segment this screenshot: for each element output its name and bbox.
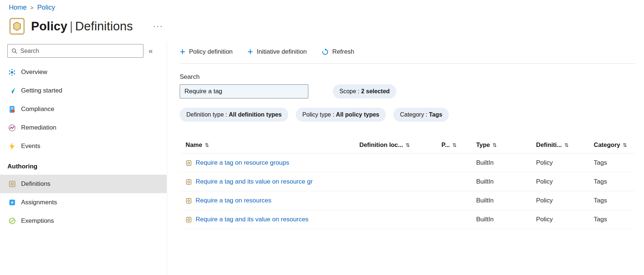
sidebar-item-label: Definitions [21, 180, 50, 188]
sort-icon: ⇅ [492, 142, 497, 148]
definitions-table: Name⇅ Definition loc...⇅ P...⇅ Type⇅ Def… [180, 137, 635, 229]
definition-link[interactable]: Require a tag and its value on resource … [196, 178, 313, 185]
category-cell: Tags [588, 178, 635, 185]
assignments-icon [8, 199, 16, 207]
filter-row-2: Definition type : All definition types P… [180, 108, 635, 122]
policy-definitions-page: Home > Policy Policy|Definitions ··· [0, 0, 644, 275]
table-row[interactable]: Require a tag on resource groups BuiltIn… [180, 154, 635, 172]
column-header-definition-location[interactable]: Definition loc...⇅ [353, 141, 435, 148]
column-header-definition[interactable]: Definiti...⇅ [530, 141, 588, 148]
scope-filter-pill[interactable]: Scope : 2 selected [333, 84, 396, 98]
sidebar-item-label: Remediation [21, 124, 56, 131]
name-cell: Require a tag and its value on resource … [180, 178, 353, 185]
more-options-button[interactable]: ··· [150, 21, 165, 32]
search-icon [11, 48, 17, 54]
column-header-category[interactable]: Category⇅ [588, 141, 635, 148]
sort-icon: ⇅ [623, 142, 627, 148]
command-bar-divider [180, 63, 635, 64]
table-row[interactable]: Require a tag and its value on resource … [180, 172, 635, 191]
search-filter-label: Search [180, 73, 635, 81]
sidebar-item-label: Compliance [21, 105, 54, 113]
table-header-row: Name⇅ Definition loc...⇅ P...⇅ Type⇅ Def… [180, 137, 635, 154]
policy-definition-button[interactable]: + Policy definition [180, 48, 233, 56]
sidebar-item-compliance[interactable]: Compliance [0, 100, 167, 118]
compliance-icon [8, 105, 16, 113]
sort-icon: ⇅ [406, 142, 410, 148]
category-cell: Tags [588, 159, 635, 167]
table-row[interactable]: Require a tag on resources BuiltIn Polic… [180, 191, 635, 210]
type-cell: BuiltIn [470, 216, 530, 223]
name-cell: Require a tag on resource groups [180, 159, 353, 167]
command-bar: + Policy definition + Initiative definit… [180, 43, 635, 60]
column-header-policies[interactable]: P...⇅ [435, 141, 470, 148]
title-row: Policy|Definitions ··· [9, 17, 644, 35]
category-filter-pill[interactable]: Category : Tags [393, 108, 449, 122]
definition-cell: Policy [530, 178, 588, 185]
policy-type-filter-pill[interactable]: Policy type : All policy types [296, 108, 386, 122]
breadcrumb-policy-link[interactable]: Policy [37, 4, 55, 11]
page-title: Policy|Definitions [31, 19, 133, 33]
main-panel: + Policy definition + Initiative definit… [167, 42, 644, 275]
sidebar-searchbox[interactable] [7, 44, 143, 58]
breadcrumb-separator: > [30, 4, 34, 11]
sidebar-item-overview[interactable]: Overview [0, 63, 167, 81]
sidebar-item-events[interactable]: Events [0, 137, 167, 155]
type-cell: BuiltIn [470, 178, 530, 185]
sidebar-item-label: Overview [21, 68, 47, 76]
getting-started-icon [8, 87, 16, 95]
events-icon [8, 142, 16, 150]
column-header-type[interactable]: Type⇅ [470, 141, 530, 148]
sidebar-nav: Overview Getting started [0, 63, 167, 230]
category-cell: Tags [588, 197, 635, 204]
content: « Overview [0, 42, 644, 275]
initiative-definition-button[interactable]: + Initiative definition [247, 48, 306, 56]
exemptions-icon [8, 217, 16, 225]
table-row[interactable]: Require a tag and its value on resources… [180, 210, 635, 229]
policy-page-icon [9, 17, 25, 35]
breadcrumb: Home > Policy [9, 4, 644, 11]
definition-cell: Policy [530, 216, 588, 223]
type-cell: BuiltIn [470, 197, 530, 204]
add-icon: + [247, 47, 253, 56]
filter-area: Search Scope : 2 selected Definition typ… [180, 73, 635, 122]
sidebar-item-remediation[interactable]: Remediation [0, 118, 167, 137]
sidebar-item-label: Getting started [21, 87, 62, 94]
definitions-icon [8, 180, 16, 188]
sidebar-item-label: Assignments [21, 199, 57, 206]
sidebar-search-input[interactable] [20, 48, 139, 54]
name-cell: Require a tag and its value on resources [180, 216, 353, 223]
refresh-button[interactable]: Refresh [322, 48, 355, 56]
sidebar-item-exemptions[interactable]: Exemptions [0, 212, 167, 230]
sidebar-item-getting-started[interactable]: Getting started [0, 81, 167, 100]
overview-icon [8, 68, 16, 76]
definition-type-filter-pill[interactable]: Definition type : All definition types [180, 108, 288, 122]
policy-row-icon [186, 179, 192, 185]
sidebar-item-assignments[interactable]: Assignments [0, 193, 167, 212]
sort-icon: ⇅ [205, 142, 209, 148]
policy-row-icon [186, 217, 192, 223]
remediation-icon [8, 124, 16, 132]
sidebar-item-label: Exemptions [21, 217, 54, 225]
policy-row-icon [186, 160, 192, 166]
definition-link[interactable]: Require a tag and its value on resources [196, 216, 308, 223]
sort-icon: ⇅ [565, 142, 569, 148]
page-header: Home > Policy Policy|Definitions ··· [0, 0, 644, 35]
column-header-name[interactable]: Name⇅ [180, 141, 353, 148]
add-icon: + [180, 47, 185, 56]
refresh-icon [322, 48, 329, 56]
breadcrumb-home-link[interactable]: Home [9, 4, 27, 11]
definition-link[interactable]: Require a tag on resources [196, 197, 271, 204]
definition-cell: Policy [530, 197, 588, 204]
sidebar-item-definitions[interactable]: Definitions [0, 175, 167, 193]
filter-row-1: Scope : 2 selected [180, 84, 635, 98]
sidebar-item-label: Events [21, 142, 40, 150]
sidebar-collapse-button[interactable]: « [149, 47, 153, 55]
definition-search-input[interactable] [180, 84, 308, 98]
sidebar-section-authoring: Authoring [0, 155, 167, 175]
definition-cell: Policy [530, 159, 588, 167]
definition-link[interactable]: Require a tag on resource groups [196, 159, 289, 167]
name-cell: Require a tag on resources [180, 197, 353, 204]
policy-row-icon [186, 198, 192, 204]
category-cell: Tags [588, 216, 635, 223]
sidebar: « Overview [0, 42, 167, 275]
